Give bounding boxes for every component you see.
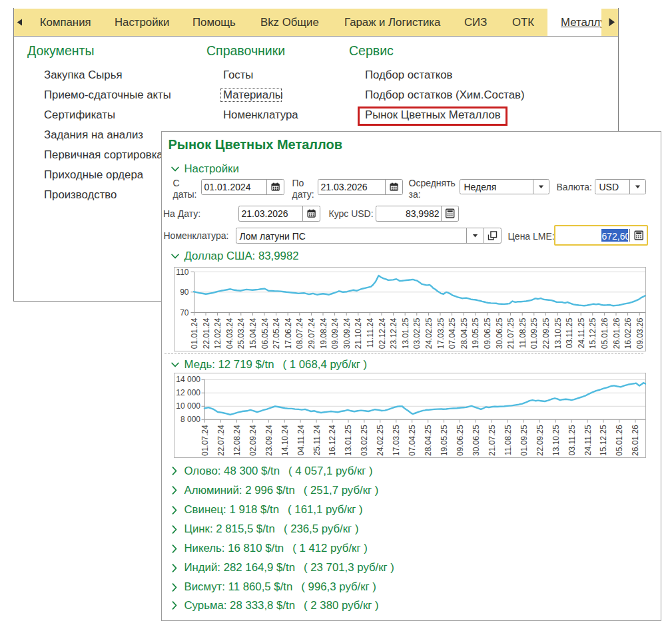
svg-text:10 000: 10 000 xyxy=(176,401,200,411)
svg-text:30.06.25: 30.06.25 xyxy=(472,425,481,456)
svg-text:13.01.25: 13.01.25 xyxy=(344,425,354,456)
svg-text:12.02.24: 12.02.24 xyxy=(213,317,222,349)
svg-text:15.04.24: 15.04.24 xyxy=(248,317,258,349)
svg-text:13.10.25: 13.10.25 xyxy=(553,317,563,349)
svg-text:07.04.25: 07.04.25 xyxy=(408,425,417,456)
svg-text:26.01.26: 26.01.26 xyxy=(612,317,621,349)
svg-text:24.11.25: 24.11.25 xyxy=(577,317,586,348)
svg-text:15.12.25: 15.12.25 xyxy=(599,425,609,456)
svg-text:23.09.24: 23.09.24 xyxy=(264,425,274,456)
svg-text:03.02.25: 03.02.25 xyxy=(360,425,369,456)
svg-text:11.08.25: 11.08.25 xyxy=(504,425,513,455)
svg-text:24.02.25: 24.02.25 xyxy=(376,425,385,456)
svg-text:25.11.24: 25.11.24 xyxy=(312,425,322,455)
svg-text:16.12.24: 16.12.24 xyxy=(328,425,338,456)
svg-text:17.06.24: 17.06.24 xyxy=(284,317,293,349)
svg-text:06.05.24: 06.05.24 xyxy=(260,317,270,349)
svg-text:14 000: 14 000 xyxy=(176,375,200,384)
svg-text:110: 110 xyxy=(176,268,188,277)
svg-text:30.09.24: 30.09.24 xyxy=(342,317,352,349)
svg-text:22.01.24: 22.01.24 xyxy=(202,317,211,349)
svg-text:05.01.26: 05.01.26 xyxy=(615,425,624,456)
svg-text:19.05.25: 19.05.25 xyxy=(440,425,449,456)
svg-text:19.08.24: 19.08.24 xyxy=(319,317,328,349)
svg-text:09.06.25: 09.06.25 xyxy=(456,425,465,456)
svg-text:23.12.24: 23.12.24 xyxy=(389,317,398,349)
svg-text:21.10.24: 21.10.24 xyxy=(354,317,363,349)
svg-text:8 000: 8 000 xyxy=(180,415,200,424)
svg-text:25.03.24: 25.03.24 xyxy=(236,317,246,349)
svg-text:26.01.26: 26.01.26 xyxy=(631,425,640,456)
svg-text:29.07.24: 29.07.24 xyxy=(307,317,316,349)
svg-text:22.07.24: 22.07.24 xyxy=(216,425,226,456)
svg-text:04.03.24: 04.03.24 xyxy=(225,317,234,349)
svg-text:27.05.24: 27.05.24 xyxy=(272,317,281,349)
svg-text:70: 70 xyxy=(180,308,189,317)
svg-text:01.09.25: 01.09.25 xyxy=(529,317,539,349)
svg-text:14.10.24: 14.10.24 xyxy=(280,425,290,456)
svg-text:21.07.25: 21.07.25 xyxy=(488,425,497,456)
svg-text:08.07.24: 08.07.24 xyxy=(295,317,304,349)
svg-text:03.11.25: 03.11.25 xyxy=(567,425,577,455)
svg-text:11.11.24: 11.11.24 xyxy=(366,317,375,347)
svg-text:09.09.24: 09.09.24 xyxy=(330,317,340,349)
svg-text:05.01.26: 05.01.26 xyxy=(600,317,609,349)
svg-text:90: 90 xyxy=(180,288,189,297)
svg-text:19.05.25: 19.05.25 xyxy=(471,317,480,349)
svg-text:30.06.25: 30.06.25 xyxy=(495,317,504,349)
svg-text:17.03.25: 17.03.25 xyxy=(392,425,401,456)
svg-text:24.11.25: 24.11.25 xyxy=(583,425,593,455)
svg-text:03.02.25: 03.02.25 xyxy=(412,317,422,349)
svg-text:24.02.25: 24.02.25 xyxy=(424,317,434,349)
svg-text:03.11.25: 03.11.25 xyxy=(565,317,574,348)
svg-text:01.07.24: 01.07.24 xyxy=(200,425,210,456)
svg-text:28.04.25: 28.04.25 xyxy=(460,317,469,349)
svg-text:04.11.24: 04.11.24 xyxy=(296,425,306,455)
svg-text:02.12.24: 02.12.24 xyxy=(378,317,387,349)
svg-text:13.10.25: 13.10.25 xyxy=(551,425,561,456)
svg-text:13.01.25: 13.01.25 xyxy=(401,317,410,349)
svg-text:22.09.25: 22.09.25 xyxy=(541,317,551,349)
svg-text:16.02.26: 16.02.26 xyxy=(623,317,633,349)
svg-text:01.09.25: 01.09.25 xyxy=(519,425,529,456)
svg-text:22.09.25: 22.09.25 xyxy=(535,425,545,456)
svg-text:09.06.25: 09.06.25 xyxy=(483,317,492,349)
svg-text:12.08.24: 12.08.24 xyxy=(232,425,242,456)
svg-text:11.08.25: 11.08.25 xyxy=(518,317,527,348)
svg-text:15.12.25: 15.12.25 xyxy=(588,317,597,349)
svg-text:12 000: 12 000 xyxy=(176,388,200,397)
svg-text:09.03.26: 09.03.26 xyxy=(635,317,645,349)
svg-text:21.07.25: 21.07.25 xyxy=(506,317,515,349)
svg-text:02.09.24: 02.09.24 xyxy=(248,425,258,456)
svg-text:01.01.24: 01.01.24 xyxy=(190,317,199,349)
svg-text:28.04.25: 28.04.25 xyxy=(424,425,433,456)
svg-text:17.03.25: 17.03.25 xyxy=(436,317,446,349)
svg-text:07.04.25: 07.04.25 xyxy=(448,317,457,349)
